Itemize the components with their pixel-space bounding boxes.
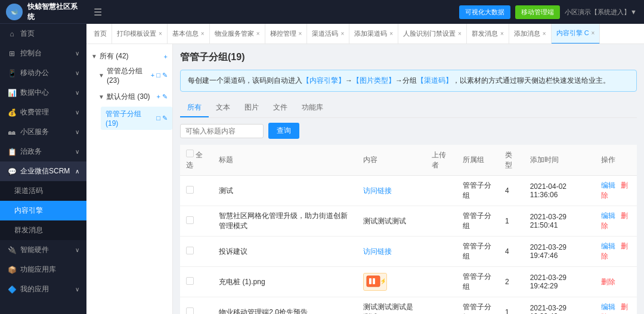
scrm-icon: 💬 [7,167,17,176]
tab-add-msg[interactable]: 添加消息 × [509,24,552,44]
col-type: 类型 [499,145,524,176]
edit-button[interactable]: 编辑 [601,242,615,250]
row-checkbox[interactable] [186,307,194,314]
sidebar-item-content[interactable]: 内容引擎 [0,201,86,220]
sidebar-item-smart[interactable]: 🔌 智能硬件 ∨ [0,240,86,260]
sidebar-item-fee[interactable]: 💰 收费管理 ∨ [0,102,86,122]
tab-close-icon[interactable]: × [340,30,344,37]
row-checkbox[interactable] [186,277,194,285]
sidebar: 🐋 快鲸智慧社区系统 ⌂ 首页 ⊞ 控制台 ∨ 📱 移动办公 ∨ 📊 数据中心 … [0,0,86,314]
filter-tab-library[interactable]: 功能库 [295,99,330,117]
community-icon: 🏘 [7,128,17,136]
sidebar-item-label: 我的应用 [20,284,49,294]
tree-add-action[interactable]: + [164,53,168,60]
tree-actions[interactable]: + ✎ [157,93,168,101]
mobile-icon: 📱 [7,69,17,77]
tab-close-icon[interactable]: × [543,30,546,37]
manage-button[interactable]: 移动管理端 [515,5,560,19]
sidebar-item-group-msg[interactable]: 群发消息 [0,220,86,240]
tree-node-sub[interactable]: 管管子分组 (19) □ ✎ [101,107,172,130]
sidebar-item-label: 首页 [20,29,35,39]
sidebar-item-channel[interactable]: 渠道活码 [0,181,86,201]
tab-content[interactable]: 内容引擎 C × [552,24,600,44]
tab-close-icon[interactable]: × [201,30,205,37]
filter-tab-all[interactable]: 所有 [180,99,209,117]
tree-actions[interactable]: + □ ✎ [151,71,168,79]
sidebar-item-control[interactable]: ⊞ 控制台 ∨ [0,43,86,63]
control-icon: ⊞ [7,49,17,58]
region-selector[interactable]: 小区演示【系统进入】▼ [565,8,637,17]
row-action-cell: 编辑 删除 [595,176,637,206]
tab-close-icon[interactable]: × [299,30,302,37]
sidebar-item-home[interactable]: ⌂ 首页 [0,24,86,43]
row-content-cell: ⚡ [357,267,426,297]
row-title-cell: 充电桩 (1).png [213,267,357,297]
sidebar-item-scrm[interactable]: 💬 企业微信SCRM ∧ [0,161,86,181]
edit-button[interactable]: 编辑 [601,181,615,189]
row-title: 智慧社区网格化管理升级，助力街道创新管理模式 [219,212,348,230]
row-time-cell: 2021-04-02 11:36:06 [524,176,595,206]
image-thumbnail: ⚡ [363,273,387,291]
edit-button[interactable]: 编辑 [601,303,615,311]
sidebar-item-data[interactable]: 📊 数据中心 ∨ [0,83,86,102]
delete-button[interactable]: 删除 [601,278,615,286]
tab-close-icon[interactable]: × [458,30,462,37]
tab-add-channel[interactable]: 添加渠道码 × [349,24,398,44]
chevron-icon: ∧ [75,168,79,175]
chevron-icon: ∨ [75,89,79,96]
row-checkbox[interactable] [186,247,194,254]
tree-node-main-group[interactable]: ▼ 管管总分组 (23) + □ ✎ [94,64,172,87]
tabs-bar: 首页 打印模板设置 × 基本信息 × 物业服务管家 × 梯控管理 × 渠道活码 … [86,24,644,44]
row-uploader-cell [426,206,457,237]
sidebar-item-label: 控制台 [20,48,42,58]
row-text: 测试测试测试是测试 [363,303,413,314]
row-title-cell: 投诉建议 [213,237,357,267]
page-title: 管管子分组(19) [180,51,637,64]
filter-tab-image[interactable]: 图片 [237,99,266,117]
filter-tab-text[interactable]: 文本 [209,99,237,117]
edit-button[interactable]: 编辑 [601,212,615,220]
tab-close-icon[interactable]: × [592,30,595,36]
tab-property[interactable]: 物业服务管家 × [210,24,265,44]
row-link[interactable]: 访问链接 [363,247,392,256]
sidebar-item-governance[interactable]: 📋 治政务 ∨ [0,142,86,161]
row-text: 测试测试测试 [363,217,406,225]
row-title-cell: 智慧社区网格化管理升级，助力街道创新管理模式 [213,206,357,237]
tree-node-default[interactable]: ▼ 默认分组 (30) + ✎ [94,89,172,104]
tab-elevator[interactable]: 梯控管理 × [265,24,308,44]
tab-home[interactable]: 首页 [89,24,112,44]
tab-print[interactable]: 打印模板设置 × [112,24,168,44]
row-checkbox-cell [180,267,213,297]
sidebar-item-mobile[interactable]: 📱 移动办公 ∨ [0,63,86,83]
row-checkbox[interactable] [186,186,194,194]
tree-panel: ▼ 所有 (42) + ▼ 管管总分组 (23) + □ ✎ ▼ 默认分组 [86,44,173,314]
search-input[interactable] [180,124,264,138]
tree-sub-actions[interactable]: □ ✎ [156,114,168,122]
sidebar-item-label: 数据中心 [20,88,49,98]
tab-close-icon[interactable]: × [389,30,393,37]
tab-group-msg[interactable]: 群发消息 × [467,24,509,44]
select-all-checkbox[interactable] [186,150,194,157]
tree-node-all[interactable]: ▼ 所有 (42) + [86,49,172,64]
row-uploader-cell [426,267,457,297]
filter-tab-file[interactable]: 文件 [266,99,295,117]
tab-basic[interactable]: 基本信息 × [168,24,210,44]
tab-close-icon[interactable]: × [159,30,162,37]
row-checkbox[interactable] [186,216,194,224]
tab-close-icon[interactable]: × [256,30,260,37]
menu-toggle-icon[interactable]: ☰ [94,7,102,18]
tab-channel[interactable]: 渠道活码 × [307,24,349,44]
visualize-button[interactable]: 可视化大数据 [459,5,510,19]
main-area: ☰ 可视化大数据 移动管理端 小区演示【系统进入】▼ 首页 打印模板设置 × 基… [86,0,644,314]
row-link[interactable]: 访问链接 [363,186,392,195]
tab-label: 首页 [94,29,107,38]
tab-face[interactable]: 人脸识别门禁设置 × [398,24,467,44]
tab-close-icon[interactable]: × [500,30,504,37]
sidebar-item-myapp[interactable]: 🔷 我的应用 ∨ [0,279,86,299]
sidebar-item-community[interactable]: 🏘 小区服务 ∨ [0,122,86,142]
governance-icon: 📋 [7,148,17,156]
applib-icon: 📦 [7,266,17,274]
search-button[interactable]: 查询 [268,123,299,139]
chevron-icon: ∨ [75,247,79,253]
sidebar-item-applib[interactable]: 📦 功能应用库 [0,260,86,279]
